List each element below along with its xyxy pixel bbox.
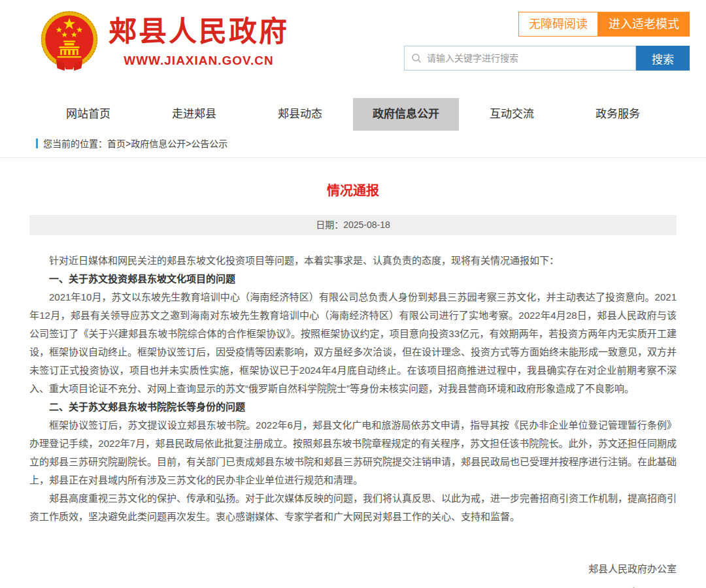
search-button[interactable]: 搜索	[636, 46, 690, 71]
paragraph: 郏县高度重视三苏文化的保护、传承和弘扬。对于此次媒体反映的问题，我们将认真反思、…	[29, 489, 677, 526]
breadcrumb: 您当前的位置：首页>政府信息公开>公告公示	[36, 137, 706, 150]
article-body: 针对近日媒体和网民关注的郏县东坡文化投资项目等问题，本着实事求是、认真负责的态度…	[29, 252, 677, 526]
site-logo[interactable]: 郏县人民政府 WWW.JIAXIAN.GOV.CN	[39, 9, 289, 74]
accessibility-reading-button[interactable]: 无障碍阅读	[518, 12, 598, 37]
section-divider	[0, 157, 706, 158]
section-heading: 一、关于苏文投资郏县东坡文化项目的问题	[29, 270, 677, 288]
article-date: 日期：2025-08-18	[29, 215, 677, 235]
search-icon	[411, 53, 422, 63]
site-logo-text: 郏县人民政府 WWW.JIAXIAN.GOV.CN	[109, 16, 289, 67]
site-url: WWW.JIAXIAN.GOV.CN	[124, 54, 273, 68]
header-right: 无障碍阅读 进入适老模式 搜索	[404, 9, 690, 71]
article-title: 情况通报	[29, 180, 677, 199]
article: 情况通报 日期：2025-08-18 针对近日媒体和网民关注的郏县东坡文化投资项…	[0, 180, 706, 588]
breadcrumb-text[interactable]: 您当前的位置：首页>政府信息公开>公告公示	[43, 137, 227, 150]
site-header: 郏县人民政府 WWW.JIAXIAN.GOV.CN 无障碍阅读 进入适老模式 搜…	[0, 0, 706, 84]
search-input[interactable]	[427, 53, 629, 63]
elder-mode-button[interactable]: 进入适老模式	[598, 12, 690, 37]
signature-line: 2025年8月18日	[29, 581, 677, 588]
mode-buttons: 无障碍阅读 进入适老模式	[518, 12, 690, 37]
paragraph: 框架协议签订后，苏文提议设立郏县东坡书院。2022年6月，郏县文化广电和旅游局依…	[29, 416, 677, 489]
signature-line: 郏县人民政府办公室	[29, 557, 677, 581]
nav-item-3[interactable]: 政府信息公开	[353, 98, 459, 131]
breadcrumb-marker	[36, 139, 38, 148]
signature: 郏县人民政府办公室2025年8月18日	[29, 557, 677, 588]
search-box	[404, 46, 636, 71]
search-bar: 搜索	[404, 46, 690, 71]
nav-item-0[interactable]: 网站首页	[35, 98, 141, 131]
section-heading: 二、关于苏文郏县东坡书院院长等身份的问题	[29, 398, 677, 416]
paragraph: 针对近日媒体和网民关注的郏县东坡文化投资项目等问题，本着实事求是、认真负责的态度…	[29, 252, 677, 270]
nav-item-5[interactable]: 政务服务	[565, 98, 671, 131]
nav-item-1[interactable]: 走进郏县	[141, 98, 247, 131]
nav-item-2[interactable]: 郏县动态	[247, 98, 353, 131]
paragraph: 2021年10月，苏文以东坡先生教育培训中心（海南经济特区）有限公司总负责人身份…	[29, 288, 677, 398]
site-title: 郏县人民政府	[109, 16, 289, 48]
nav-item-4[interactable]: 互动交流	[459, 98, 565, 131]
national-emblem-icon	[39, 9, 99, 74]
main-nav: 网站首页走进郏县郏县动态政府信息公开互动交流政务服务	[0, 98, 706, 131]
